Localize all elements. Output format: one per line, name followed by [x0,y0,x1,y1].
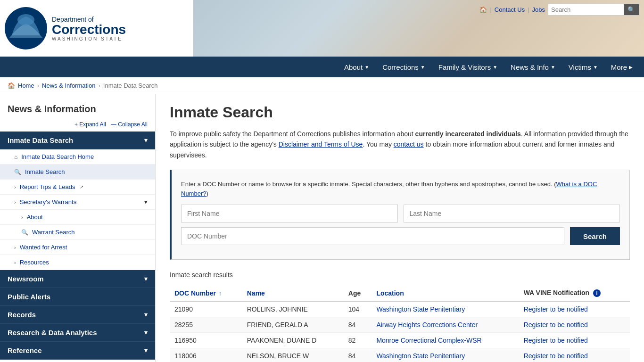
contact-us-link[interactable]: Contact Us [495,6,525,13]
inmate-home-link[interactable]: Inmate Data Search Home [21,153,94,160]
sidebar-item-newsroom[interactable]: Newsroom ▾ [0,270,155,288]
breadcrumb-news-info[interactable]: News & Information [42,82,95,89]
sidebar-sub-report-tips[interactable]: › Report Tips & Leads ↗ [0,180,155,195]
doc-number-input[interactable] [181,227,564,245]
content-area: Inmate Search To improve public safety t… [156,94,644,362]
table-row: 116950 PAAKONEN, DUANE D 82 Monroe Corre… [170,333,630,348]
sidebar-item-research[interactable]: Research & Data Analytics ▾ [0,324,155,342]
location-link[interactable]: Washington State Penitentiary [376,352,465,360]
sidebar-sub-warrants[interactable]: › Secretary's Warrants ▾ [0,195,155,210]
cell-vine: Register to be notified [519,301,630,317]
sidebar-sub-resources[interactable]: › Resources [0,255,155,270]
location-link[interactable]: Monroe Correctional Complex-WSR [376,337,481,344]
vine-link[interactable]: Register to be notified [524,352,588,360]
location-link[interactable]: Airway Heights Corrections Center [376,321,478,329]
sidebar-sub-inmate-search[interactable]: 🔍 Inmate Search [0,165,155,180]
th-name: Name [242,285,344,301]
th-age: Age [344,285,372,301]
vine-link[interactable]: Register to be notified [524,337,588,344]
cell-location: Washington State Penitentiary [372,348,519,362]
search-form-desc: Enter a DOC Number or name to browse for… [181,180,620,198]
sort-location-link[interactable]: Location [376,289,404,297]
cell-name: NELSON, BRUCE W [242,348,344,362]
report-tips-link[interactable]: Report Tips & Leads [20,183,75,190]
expand-all-link[interactable]: + Expand All [74,121,106,128]
disclaimer-link[interactable]: Disclaimer and Terms of Use [279,140,363,148]
logo-text: Department of Corrections WASHINGTON STA… [52,16,126,41]
sidebar-item-public-alerts[interactable]: Public Alerts [0,288,155,306]
sidebar-title: News & Information [0,99,155,121]
header-search-input[interactable] [548,4,624,15]
sort-arrow-doc: ↑ [219,290,222,297]
vine-info-icon[interactable]: i [593,289,601,297]
sidebar-item-reference[interactable]: Reference ▾ [0,342,155,360]
inmate-search-link[interactable]: Inmate Search [25,168,65,175]
nav-more[interactable]: More ▶ [604,57,639,77]
news-dropdown-arrow: ▼ [551,65,555,70]
intro-text: To improve public safety the Department … [170,129,630,160]
nav-family-visitors[interactable]: Family & Visitors ▼ [432,57,504,77]
sidebar-sub-about[interactable]: › About [0,210,155,225]
resources-link[interactable]: Resources [20,259,49,266]
table-row: 21090 ROLLINS, JOHNNIE 104 Washington St… [170,301,630,317]
research-label: Research & Data Analytics [8,329,97,337]
nav-victims[interactable]: Victims ▼ [562,57,604,77]
sidebar-sub-wanted[interactable]: › Wanted for Arrest [0,240,155,255]
search-desc-end: ) [206,190,208,197]
first-name-input[interactable] [181,205,398,222]
breadcrumb-home[interactable]: Home [18,82,34,89]
logo-icon [5,7,47,49]
sidebar-item-inmate-label: Inmate Data Search [8,136,73,144]
nav-corrections[interactable]: Corrections ▼ [376,57,432,77]
about-sub-link[interactable]: About [27,214,43,221]
table-row: 28255 FRIEND, GERALD A 84 Airway Heights… [170,317,630,333]
logo-area: Department of Corrections WASHINGTON STA… [5,7,126,49]
more-dropdown-arrow: ▶ [629,65,633,70]
cell-vine: Register to be notified [519,348,630,362]
cell-vine: Register to be notified [519,317,630,333]
intro-bold: currently incarcerated individuals [415,130,521,138]
breadcrumb-home-icon: 🏠 [8,82,15,89]
cell-age: 84 [344,317,372,333]
sidebar-item-inmate-data-search[interactable]: Inmate Data Search ▾ [0,132,155,149]
header-search-button[interactable]: 🔍 [624,4,639,15]
sidebar-item-records[interactable]: Records ▾ [0,306,155,324]
nav-about[interactable]: About ▼ [338,57,376,77]
results-title: Inmate search results [170,271,630,279]
victims-dropdown-arrow: ▼ [593,65,598,70]
records-label: Records [8,311,36,319]
cell-age: 84 [344,348,372,362]
sidebar-sub-warrant-search[interactable]: 🔍 Warrant Search [0,225,155,240]
nav-news-info[interactable]: News & Info ▼ [504,57,562,77]
reference-label: Reference [8,346,42,354]
logo-state: WASHINGTON STATE [52,36,126,41]
th-vine: WA VINE Notification i [519,285,630,301]
sort-doc-link[interactable]: DOC Number ↑ [174,289,222,297]
search-sub-icon-warrant: 🔍 [21,229,28,236]
warrant-search-link[interactable]: Warrant Search [32,229,75,236]
search-button[interactable]: Search [570,227,620,245]
location-link[interactable]: Washington State Penitentiary [376,305,465,313]
collapse-all-link[interactable]: — Collapse All [111,121,148,128]
logo-name: Corrections [52,23,126,36]
contact-link[interactable]: contact us [394,140,424,148]
expand-sub-icon-warrants: › [14,199,16,205]
breadcrumb-current: Inmate Data Search [103,82,158,89]
vine-link[interactable]: Register to be notified [524,305,588,313]
vine-link[interactable]: Register to be notified [524,321,588,329]
wanted-link[interactable]: Wanted for Arrest [20,244,67,251]
cell-name: FRIEND, GERALD A [242,317,344,333]
home-link[interactable]: 🏠 [479,6,487,13]
jobs-link[interactable]: Jobs [532,6,545,13]
sidebar-sub-inmate-home[interactable]: ⌂ Inmate Data Search Home [0,149,155,165]
main-nav: About ▼ Corrections ▼ Family & Visitors … [0,57,644,77]
warrants-link[interactable]: Secretary's Warrants [20,198,76,206]
last-name-input[interactable] [404,205,620,222]
about-dropdown-arrow: ▼ [364,65,369,70]
search-form-box: Enter a DOC Number or name to browse for… [170,170,630,260]
sort-name-link[interactable]: Name [247,289,265,297]
breadcrumb: 🏠 Home › News & Information › Inmate Dat… [0,77,644,94]
newsroom-label: Newsroom [8,275,44,283]
cell-name: PAAKONEN, DUANE D [242,333,344,348]
cell-name: ROLLINS, JOHNNIE [242,301,344,317]
